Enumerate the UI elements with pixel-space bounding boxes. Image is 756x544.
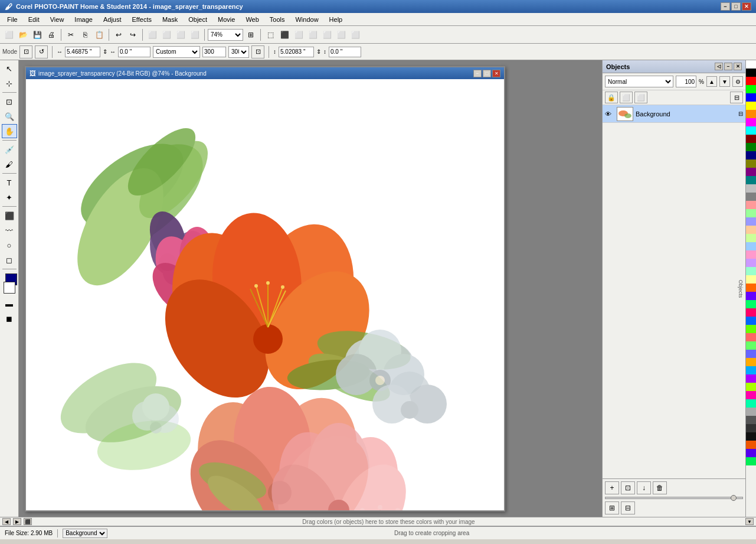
blend-mode-select[interactable]: Normal Multiply Screen Overlay: [605, 76, 673, 87]
palette-color[interactable]: [746, 193, 756, 201]
color-box-bg[interactable]: ▬: [2, 297, 17, 311]
new-layer-btn[interactable]: +: [605, 481, 619, 494]
palette-color[interactable]: [746, 449, 756, 457]
maximize-button[interactable]: □: [731, 2, 741, 11]
menu-item-help[interactable]: Help: [325, 15, 348, 24]
palette-color[interactable]: [746, 408, 756, 416]
tb-btn-d[interactable]: ⬜: [188, 28, 201, 41]
tb-btn-a[interactable]: ⬜: [146, 28, 159, 41]
mode-normal-btn[interactable]: ⊡: [19, 45, 32, 58]
obj-separate-btn[interactable]: ⊟: [621, 501, 635, 514]
redo-button[interactable]: ↪: [126, 28, 139, 41]
menu-item-movie[interactable]: Movie: [213, 15, 240, 24]
tb-btn-g[interactable]: ⬜: [292, 28, 305, 41]
lock-transparency-btn[interactable]: 🔒: [605, 92, 618, 103]
palette-color[interactable]: [746, 176, 756, 184]
menu-item-tools[interactable]: Tools: [265, 15, 290, 24]
palette-color[interactable]: [746, 300, 756, 308]
palette-color[interactable]: [746, 441, 756, 449]
zoom-tool[interactable]: 🔍: [2, 109, 17, 123]
menu-item-image[interactable]: Image: [70, 15, 97, 24]
palette-color[interactable]: [746, 184, 756, 193]
tb-btn-h[interactable]: ⬜: [306, 28, 319, 41]
palette-color[interactable]: [746, 102, 756, 110]
background-color[interactable]: [4, 282, 15, 294]
menu-item-object[interactable]: Object: [184, 15, 212, 24]
layer-options-btn[interactable]: ⊟: [738, 110, 743, 117]
open-button[interactable]: 📂: [17, 28, 30, 41]
palette-color[interactable]: [746, 308, 756, 317]
y-value-input[interactable]: [279, 47, 314, 57]
menu-item-mask[interactable]: Mask: [158, 15, 182, 24]
palette-color[interactable]: [746, 250, 756, 259]
palette-color[interactable]: [746, 284, 756, 292]
brush-tool[interactable]: 🖌: [2, 157, 17, 171]
palette-color[interactable]: [746, 341, 756, 350]
palette-color[interactable]: [746, 399, 756, 408]
obj-combine-btn[interactable]: ⊞: [605, 501, 619, 514]
palette-color[interactable]: [746, 118, 756, 126]
palette-color[interactable]: [746, 234, 756, 242]
objects-slider-track[interactable]: [605, 497, 743, 499]
tb-btn-b[interactable]: ⬜: [160, 28, 173, 41]
doc-close[interactable]: ✕: [492, 70, 500, 77]
size-select[interactable]: 300100200: [228, 46, 249, 58]
menu-item-adjust[interactable]: Adjust: [99, 15, 126, 24]
lock-all-btn[interactable]: ⬜: [634, 92, 647, 103]
objects-slider-thumb[interactable]: [731, 495, 737, 501]
new-from-bg-btn[interactable]: ⊡: [621, 481, 635, 494]
pan-tool[interactable]: ✋: [2, 124, 17, 138]
w-value-input[interactable]: [118, 47, 150, 57]
zoom-fit[interactable]: ⊞: [244, 28, 257, 41]
dodge-tool[interactable]: ○: [2, 238, 17, 252]
minimize-button[interactable]: −: [721, 2, 730, 11]
palette-color[interactable]: [746, 358, 756, 366]
custom-select[interactable]: Custom: [153, 46, 200, 58]
cut-button[interactable]: ✂: [64, 28, 77, 41]
palette-color[interactable]: [746, 126, 756, 135]
tb-btn-k[interactable]: ⬜: [349, 28, 362, 41]
h-value-input[interactable]: [329, 47, 361, 57]
opacity-down-btn[interactable]: ▼: [719, 76, 730, 87]
palette-color[interactable]: [746, 366, 756, 374]
palette-color[interactable]: [746, 60, 756, 69]
lock-position-btn[interactable]: ⬜: [620, 92, 633, 103]
palette-color[interactable]: [746, 93, 756, 102]
nav-stop-btn[interactable]: ⬛: [24, 518, 32, 525]
palette-color[interactable]: [746, 69, 756, 77]
palette-color[interactable]: [746, 457, 756, 465]
smear-tool[interactable]: 〰: [2, 223, 17, 237]
zoom-select[interactable]: 74%25%50%100%: [208, 29, 243, 41]
palette-color[interactable]: [746, 416, 756, 424]
close-button[interactable]: ✕: [742, 2, 751, 11]
effect-tool[interactable]: ✦: [2, 190, 17, 204]
size-input[interactable]: [202, 47, 226, 57]
transform-tool[interactable]: ⊹: [2, 76, 17, 90]
nav-prev-btn[interactable]: ◀: [2, 518, 11, 525]
text-tool[interactable]: T: [2, 175, 17, 190]
menu-item-window[interactable]: Window: [290, 15, 323, 24]
nav-play-btn[interactable]: ▶: [13, 518, 21, 525]
tb-btn-f[interactable]: ⬛: [278, 28, 291, 41]
obj-settings-btn[interactable]: ⚙: [732, 76, 743, 87]
tb-btn-c[interactable]: ⬜: [174, 28, 187, 41]
palette-color[interactable]: [746, 383, 756, 391]
palette-color[interactable]: [746, 374, 756, 383]
palette-color[interactable]: [746, 267, 756, 275]
palette-color[interactable]: [746, 151, 756, 159]
tb-btn-j[interactable]: ⬜: [335, 28, 348, 41]
palette-color[interactable]: [746, 226, 756, 234]
doc-maximize[interactable]: □: [483, 70, 491, 77]
erase-tool[interactable]: ◻: [2, 253, 17, 267]
palette-color[interactable]: [746, 85, 756, 93]
select-tool[interactable]: ↖: [2, 61, 17, 76]
palette-color[interactable]: [746, 217, 756, 226]
opacity-input[interactable]: [676, 76, 696, 87]
tb-btn-e[interactable]: ⬚: [264, 28, 277, 41]
palette-color[interactable]: [746, 135, 756, 143]
layer-visibility-eye[interactable]: 👁: [605, 110, 614, 118]
panel-menu-btn[interactable]: ◁: [715, 63, 723, 70]
menu-item-web[interactable]: Web: [241, 15, 263, 24]
palette-color[interactable]: [746, 424, 756, 432]
menu-item-view[interactable]: View: [45, 15, 69, 24]
